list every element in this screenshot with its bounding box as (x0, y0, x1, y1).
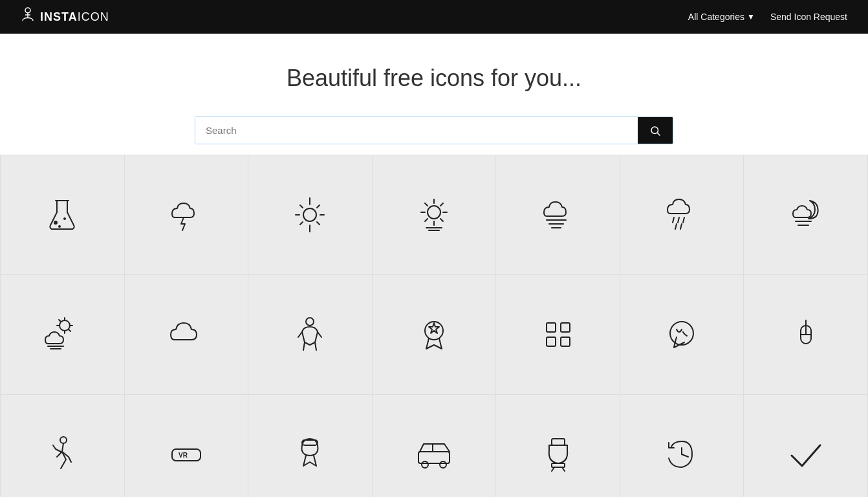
icon-cell-cloud-lightning[interactable] (125, 155, 249, 275)
icon-cell-award-badge[interactable] (373, 275, 497, 395)
search-button[interactable] (638, 117, 673, 144)
svg-line-34 (673, 217, 674, 223)
send-icon-request-link[interactable]: Send Icon Request (770, 12, 847, 22)
svg-point-70 (422, 461, 428, 468)
svg-line-28 (425, 219, 428, 221)
svg-line-52 (315, 342, 316, 350)
nav: All Categories ▼ Send Icon Request (688, 12, 847, 22)
walking-icon (41, 434, 83, 475)
cloud-fog-icon (537, 194, 579, 236)
vr-icon: VR (166, 434, 207, 475)
icon-cell-vr[interactable]: VR (125, 395, 249, 497)
svg-line-16 (317, 205, 320, 208)
svg-rect-74 (552, 439, 565, 445)
svg-point-0 (25, 8, 30, 13)
moon-cloud-icon (785, 194, 827, 236)
whatsapp-icon (661, 314, 702, 355)
icon-cell-grid-apps[interactable] (496, 275, 620, 395)
svg-line-54 (318, 332, 321, 337)
categories-dropdown[interactable]: All Categories ▼ (688, 12, 755, 22)
svg-rect-57 (561, 323, 570, 332)
logo[interactable]: INSTAICON (21, 6, 109, 27)
hero-title: Beautiful free icons for you... (0, 65, 868, 92)
svg-point-50 (306, 318, 314, 326)
search-area (0, 110, 868, 144)
svg-line-14 (300, 205, 303, 208)
categories-label: All Categories (688, 12, 744, 22)
svg-line-37 (675, 224, 677, 229)
svg-point-9 (303, 208, 316, 221)
svg-text:VR: VR (179, 452, 188, 459)
cloud-rain-icon (661, 194, 702, 236)
checkmark-icon (785, 434, 827, 475)
icon-cell-chemistry-flask[interactable] (1, 155, 125, 275)
svg-line-79 (682, 454, 688, 457)
search-input[interactable] (195, 117, 638, 144)
mouse-icon (785, 314, 827, 355)
svg-line-15 (317, 222, 320, 225)
search-icon (649, 125, 661, 137)
svg-rect-56 (547, 323, 556, 332)
history-clock-icon (661, 434, 702, 475)
icon-cell-van[interactable] (373, 395, 497, 497)
svg-rect-59 (561, 337, 570, 346)
icon-cell-toilet[interactable] (496, 395, 620, 497)
svg-line-53 (298, 332, 302, 337)
icon-cell-history-clock[interactable] (620, 395, 744, 497)
svg-point-71 (440, 461, 446, 468)
svg-line-26 (440, 219, 443, 221)
svg-line-47 (69, 329, 71, 331)
svg-rect-75 (552, 463, 565, 467)
icon-cell-whatsapp[interactable] (620, 275, 744, 395)
header: INSTAICON All Categories ▼ Send Icon Req… (0, 0, 868, 34)
search-wrapper (195, 116, 673, 144)
svg-line-38 (680, 224, 682, 229)
svg-point-20 (428, 206, 440, 219)
svg-line-25 (425, 203, 428, 206)
svg-point-60 (670, 322, 693, 345)
chemistry-flask-icon (41, 194, 83, 236)
svg-line-35 (678, 217, 679, 223)
partly-cloudy-icon (41, 314, 83, 355)
icon-cell-walking[interactable] (1, 395, 125, 497)
logo-person-icon (21, 6, 35, 27)
icon-cell-sun-large[interactable] (248, 155, 373, 275)
icon-cell-person-helmet[interactable] (248, 395, 373, 497)
icon-cell-partly-cloudy[interactable] (1, 275, 125, 395)
woman-icon (289, 314, 331, 355)
logo-text: INSTAICON (40, 10, 109, 24)
icon-cell-cloud-rain[interactable] (620, 155, 744, 275)
person-helmet-icon (289, 434, 331, 475)
sun-large-icon (289, 194, 331, 236)
svg-line-51 (303, 342, 305, 350)
toilet-icon (537, 434, 579, 475)
svg-point-3 (651, 127, 658, 134)
icon-cell-moon-cloud[interactable] (744, 155, 868, 275)
icon-cell-cloud[interactable] (125, 275, 249, 395)
svg-line-17 (300, 222, 303, 225)
icon-cell-mouse[interactable] (744, 275, 868, 395)
hero-section: Beautiful free icons for you... (0, 34, 868, 110)
icon-grid: VR (0, 155, 868, 497)
svg-point-7 (63, 217, 66, 220)
sun-lines-icon (413, 194, 455, 236)
cloud-icon (166, 314, 207, 355)
svg-point-6 (54, 221, 58, 225)
award-badge-icon (413, 314, 455, 355)
icon-cell-sun-lines[interactable] (373, 155, 497, 275)
svg-line-46 (59, 320, 61, 322)
svg-line-27 (440, 203, 443, 206)
van-icon (413, 434, 455, 475)
grid-apps-icon (537, 314, 579, 355)
chevron-down-icon: ▼ (747, 12, 755, 21)
icon-cell-cloud-fog[interactable] (496, 155, 620, 275)
svg-line-36 (683, 217, 684, 223)
svg-rect-58 (547, 337, 556, 346)
svg-line-4 (657, 133, 660, 135)
svg-point-8 (58, 225, 61, 228)
icon-cell-checkmark[interactable] (744, 395, 868, 497)
svg-point-65 (60, 437, 67, 443)
cloud-lightning-icon (166, 194, 207, 236)
icon-cell-woman[interactable] (248, 275, 373, 395)
